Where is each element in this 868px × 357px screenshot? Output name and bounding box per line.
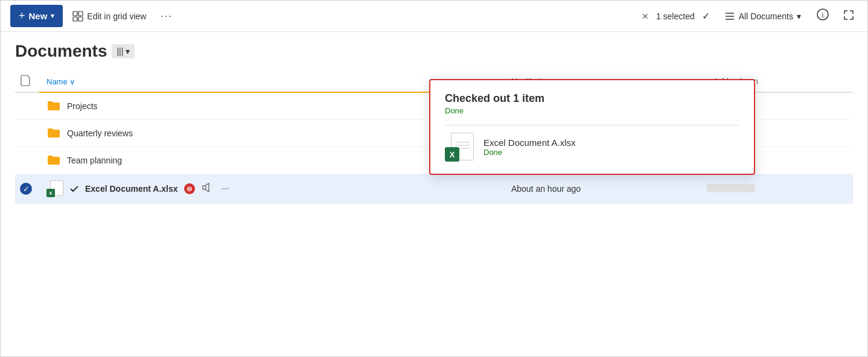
popup-file-name: Excel Document A.xlsx	[483, 137, 576, 148]
row-action-icons: ⊖ ···	[184, 180, 232, 197]
svg-text:i: i	[822, 11, 824, 19]
info-button[interactable]: i	[813, 5, 832, 27]
folder-icon	[46, 153, 61, 168]
selected-count: 1 selected	[656, 11, 695, 21]
view-badge-chevron: ▾	[126, 46, 130, 56]
popup-file-row: X Excel Document A.xlsx Done	[445, 133, 739, 162]
toolbar: + New ▾ Edit in grid view ··· ✕ 1 select…	[1, 1, 867, 32]
list-icon	[724, 11, 735, 22]
svg-rect-3	[78, 17, 83, 21]
file-name-label: Team planning	[67, 156, 122, 165]
edit-grid-button[interactable]: Edit in grid view	[68, 7, 151, 25]
svg-rect-1	[78, 11, 83, 16]
file-icon-header	[20, 74, 31, 86]
share-button[interactable]	[200, 180, 214, 197]
gray-placeholder	[707, 184, 755, 192]
selected-info: ✕ 1 selected ✓	[639, 8, 712, 24]
info-icon: i	[817, 8, 829, 21]
row-name-cell: X Excel Document A.xlsx ⊖	[39, 174, 504, 204]
file-name-label: Excel Document A.xlsx	[85, 184, 178, 194]
name-header-label: Name	[46, 77, 68, 86]
checkout-popup: Checked out 1 item Done X Excel Document…	[429, 79, 755, 175]
file-name-label: Projects	[67, 101, 98, 111]
more-actions-button[interactable]: ···	[219, 181, 232, 197]
popup-title: Checked out 1 item	[445, 92, 739, 105]
table-row: X Excel Document A.xlsx ⊖	[15, 174, 853, 204]
excel-file-icon: X	[46, 180, 63, 197]
ellipsis-icon: ···	[161, 11, 172, 21]
row-modified-cell: About an hour ago	[504, 174, 700, 204]
view-chevron-icon: ▾	[797, 11, 801, 21]
more-options-button[interactable]: ···	[156, 7, 177, 25]
share-icon	[202, 183, 212, 192]
expand-icon	[843, 10, 854, 21]
excel-x-badge: X	[445, 147, 459, 162]
popup-file-info: Excel Document A.xlsx Done	[483, 137, 576, 157]
row-checkbox[interactable]	[15, 174, 39, 204]
row-checkbox[interactable]	[15, 120, 39, 147]
excel-badge: X	[46, 189, 55, 197]
view-selector-button[interactable]: All Documents ▾	[720, 7, 806, 25]
folder-icon	[46, 126, 61, 141]
confirm-selection-button[interactable]: ✓	[700, 8, 712, 24]
clear-selection-button[interactable]: ✕	[639, 9, 651, 24]
name-sort-icon: ∨	[69, 77, 75, 86]
row-extra-cell	[700, 174, 853, 204]
page-title: Documents	[15, 42, 107, 61]
svg-rect-0	[73, 11, 77, 16]
plus-icon: +	[19, 10, 25, 22]
page-title-row: Documents ||| ▾	[15, 42, 853, 61]
view-badge-icon: |||	[116, 46, 123, 56]
folder-icon	[46, 99, 61, 113]
selected-checkbox-icon	[20, 183, 32, 195]
all-documents-label: All Documents	[739, 11, 793, 21]
popup-status: Done	[445, 106, 739, 115]
toolbar-right: ✕ 1 selected ✓ All Documents ▾ i	[639, 5, 858, 27]
file-name-label: Quarterly reviews	[67, 128, 133, 138]
checkout-status-icon: ⊖	[184, 183, 195, 194]
popup-file-status: Done	[483, 148, 576, 157]
checkout-indicator-icon	[69, 184, 79, 194]
svg-rect-9	[203, 186, 206, 189]
grid-icon	[72, 11, 83, 22]
row-checkbox[interactable]	[15, 147, 39, 174]
checkbox-header	[15, 71, 39, 92]
new-button[interactable]: + New ▾	[10, 5, 63, 27]
new-label: New	[29, 11, 48, 21]
popup-divider	[445, 125, 739, 125]
edit-grid-label: Edit in grid view	[87, 11, 146, 21]
svg-rect-2	[73, 17, 77, 21]
popup-excel-icon: X	[445, 133, 474, 162]
view-badge-button[interactable]: ||| ▾	[112, 44, 135, 58]
chevron-down-icon: ▾	[51, 12, 54, 20]
row-checkbox[interactable]	[15, 92, 39, 120]
expand-button[interactable]	[840, 6, 858, 27]
main-content: Documents ||| ▾ Name ∨ Modified + Add	[1, 32, 867, 213]
